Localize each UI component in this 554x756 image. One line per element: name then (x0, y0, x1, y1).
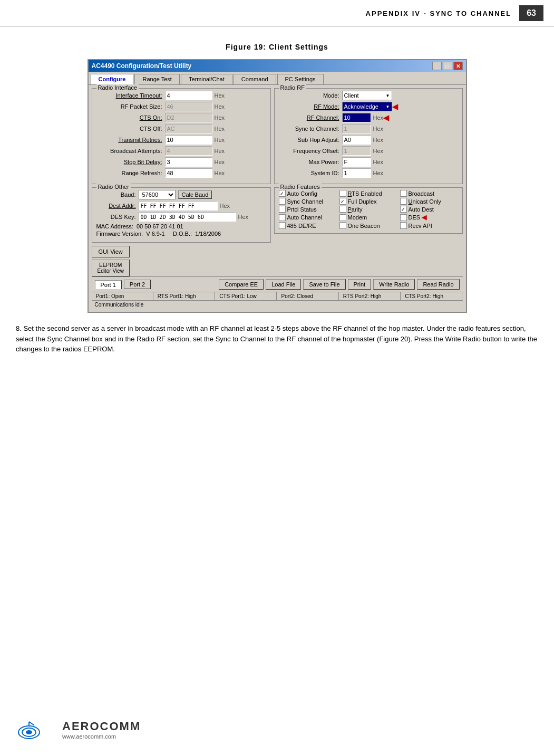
frequency-offset-input[interactable] (342, 146, 371, 156)
interface-timeout-label: Interface Timeout: (96, 92, 165, 99)
rf-channel-suffix: Hex (373, 114, 384, 121)
des-label: DES (409, 214, 421, 221)
maximize-button[interactable]: □ (443, 62, 452, 70)
dest-addr-input[interactable] (139, 201, 218, 210)
eeprom-editor-button[interactable]: EEPROMEditor View (92, 260, 130, 276)
unicast-only-checkbox[interactable] (400, 198, 407, 205)
prtcl-status-item: Prtcl Status (279, 206, 337, 213)
gui-view-button[interactable]: GUI View (92, 246, 130, 257)
des-checkbox[interactable] (400, 214, 407, 221)
tab-command[interactable]: Command (234, 74, 276, 84)
cts-on-input[interactable] (165, 113, 212, 122)
range-refresh-label: Range Refresh: (96, 170, 165, 176)
transmit-retries-input[interactable] (165, 135, 212, 145)
one-beacon-checkbox[interactable] (339, 222, 346, 229)
auto-config-item: Auto Config (279, 190, 337, 197)
one-beacon-item: One Beacon (339, 222, 397, 229)
des-key-label: DES Key: (96, 214, 139, 220)
full-duplex-checkbox[interactable] (339, 198, 346, 205)
cts-port2-status: CTS Port2: High (401, 292, 462, 300)
auto-dest-item: Auto Dest (400, 206, 458, 213)
radio-rf-group: Radio RF Mode: Client ▼ RF Mode: Acknow (274, 88, 463, 184)
sub-hop-adjust-input[interactable] (342, 135, 371, 145)
tab-configure[interactable]: Configure (91, 74, 134, 84)
mac-address-value: 00 50 67 20 41 01 (137, 223, 183, 229)
broadcast-attempts-input[interactable] (165, 146, 212, 156)
firmware-row: Firmware Version: V 6.9-1 D.O.B.: 1/18/2… (96, 231, 266, 237)
max-power-input[interactable] (342, 157, 371, 167)
radio-other-group: Radio Other Baud: 57600 Calc Baud Dest A… (92, 187, 271, 243)
port1-tab[interactable]: Port 1 (95, 280, 122, 289)
broadcast-item: Broadcast (400, 190, 458, 197)
modem-checkbox[interactable] (339, 214, 346, 221)
rts-enabled-checkbox[interactable] (339, 190, 346, 197)
rts-enabled-label: RTS Enabled (348, 190, 382, 197)
broadcast-checkbox[interactable] (400, 190, 407, 197)
firmware-value: V 6.9-1 (146, 231, 164, 237)
max-power-row: Max Power: Hex (279, 157, 458, 167)
baud-label: Baud: (96, 192, 139, 198)
rf-packet-size-input[interactable] (165, 102, 212, 111)
screenshot-wrapper: AC4490 Configuration/Test Utility _ □ ✕ … (88, 59, 467, 313)
system-id-input[interactable] (342, 168, 371, 178)
auto-dest-label: Auto Dest (409, 206, 434, 213)
chevron-down-icon: ▼ (386, 93, 390, 98)
close-button[interactable]: ✕ (453, 62, 463, 70)
sync-to-channel-input[interactable] (342, 124, 371, 133)
prtcl-status-checkbox[interactable] (279, 206, 286, 213)
sync-channel-checkbox[interactable] (279, 198, 286, 205)
auto-channel-label: Auto Channel (287, 214, 323, 221)
parity-checkbox[interactable] (339, 206, 346, 213)
tab-range-test[interactable]: Range Test (134, 74, 179, 84)
port2-tab[interactable]: Port 2 (124, 280, 151, 289)
load-file-button[interactable]: Load File (266, 279, 301, 290)
modem-item: Modem (339, 214, 397, 221)
rts-port1-status: RTS Port1: High (153, 292, 215, 300)
tab-terminal-chat[interactable]: Terminal/Chat (181, 74, 232, 84)
auto-config-checkbox[interactable] (279, 190, 286, 197)
aerocomm-logo-icon (16, 719, 58, 740)
mode-label: Mode: (279, 92, 342, 99)
mode-dropdown[interactable]: Client ▼ (342, 91, 392, 100)
transmit-retries-suffix: Hex (215, 137, 225, 143)
rf-mode-arrow-icon: ◀ (392, 102, 398, 111)
485-dere-checkbox[interactable] (279, 222, 286, 229)
window-content: Radio Interface Interface Timeout: Hex R… (89, 85, 466, 312)
des-key-input[interactable] (139, 212, 236, 222)
svg-point-2 (26, 730, 32, 734)
auto-dest-checkbox[interactable] (400, 206, 407, 213)
range-refresh-input[interactable] (165, 168, 212, 178)
save-to-file-button[interactable]: Save to File (303, 279, 345, 290)
stop-bit-delay-input[interactable] (165, 157, 212, 167)
mode-row: Mode: Client ▼ (279, 91, 458, 100)
header-title: APPENDIX IV - SYNC TO CHANNEL (11, 9, 519, 17)
action-bar: Port 1 Port 2 Compare EE Load File Save … (92, 276, 463, 292)
recv-api-checkbox[interactable] (400, 222, 407, 229)
print-button[interactable]: Print (348, 279, 372, 290)
compare-ee-button[interactable]: Compare EE (219, 279, 264, 290)
write-radio-button[interactable]: Write Radio (373, 279, 415, 290)
system-id-suffix: Hex (373, 170, 384, 176)
interface-timeout-input[interactable] (165, 91, 212, 100)
broadcast-attempts-suffix: Hex (215, 148, 225, 154)
frequency-offset-label: Frequency Offset: (279, 148, 342, 154)
rf-channel-input[interactable] (342, 113, 371, 122)
auto-channel-checkbox[interactable] (279, 214, 286, 221)
rf-mode-dropdown[interactable]: Acknowledge ▼ (342, 102, 392, 111)
read-radio-button[interactable]: Read Radio (417, 279, 459, 290)
unicast-only-label: Unicast Only (409, 198, 441, 205)
stop-bit-delay-row: Stop Bit Delay: Hex (96, 157, 266, 167)
calc-baud-button[interactable]: Calc Baud (178, 190, 212, 199)
panels-row: Radio Interface Interface Timeout: Hex R… (92, 88, 463, 276)
minimize-button[interactable]: _ (432, 62, 442, 70)
broadcast-label: Broadcast (409, 190, 435, 197)
sub-hop-adjust-label: Sub Hop Adjust: (279, 137, 342, 143)
view-panel: GUI View EEPROMEditor View (92, 246, 130, 276)
cts-off-suffix: Hex (215, 126, 225, 132)
figure-title: Figure 19: Client Settings (0, 43, 554, 51)
tab-pc-settings[interactable]: PC Settings (277, 74, 324, 84)
mode-value: Client (344, 92, 359, 99)
cts-on-suffix: Hex (215, 114, 225, 121)
baud-select[interactable]: 57600 (139, 190, 176, 199)
cts-off-input[interactable] (165, 124, 212, 133)
